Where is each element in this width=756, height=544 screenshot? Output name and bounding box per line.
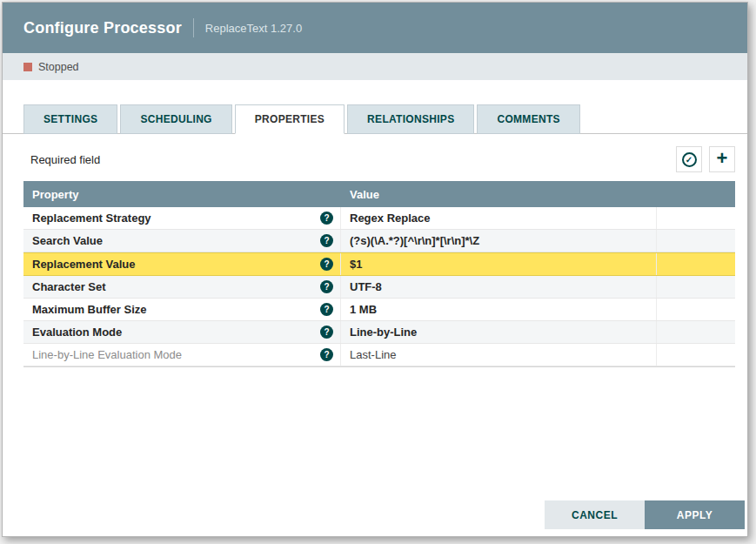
properties-table: Property Value Replacement Strategy ? Re… — [23, 181, 735, 367]
tab-comments[interactable]: COMMENTS — [477, 104, 579, 134]
table-row-selected[interactable]: Replacement Value ? $1 — [23, 252, 735, 276]
table-row[interactable]: Search Value ? (?s)(\A.*?)[^\r\n]*[\r\n]… — [23, 230, 735, 252]
property-name: Replacement Strategy — [32, 212, 151, 225]
property-value[interactable]: 1 MB — [341, 299, 657, 320]
dialog-header: Configure Processor ReplaceText 1.27.0 — [3, 3, 747, 53]
property-value[interactable]: (?s)(\A.*?)[^\r\n]*[\r\n]*\Z — [341, 230, 657, 252]
table-row[interactable]: Maximum Buffer Size ? 1 MB — [23, 299, 735, 321]
property-name: Replacement Value — [32, 258, 136, 271]
tab-scheduling[interactable]: SCHEDULING — [120, 104, 231, 134]
add-property-button[interactable]: + — [709, 146, 735, 172]
configure-processor-dialog: Configure Processor ReplaceText 1.27.0 S… — [2, 2, 748, 537]
table-row[interactable]: Character Set ? UTF-8 — [23, 276, 735, 299]
property-name: Evaluation Mode — [32, 326, 122, 339]
help-icon[interactable]: ? — [320, 303, 333, 316]
property-value[interactable]: UTF-8 — [341, 276, 657, 298]
property-value[interactable]: Last-Line — [341, 344, 657, 366]
tab-bar: SETTINGS SCHEDULING PROPERTIES RELATIONS… — [23, 104, 735, 134]
table-header-row: Property Value — [23, 181, 735, 207]
dialog-content: SETTINGS SCHEDULING PROPERTIES RELATIONS… — [3, 80, 747, 536]
screen: Configure Processor ReplaceText 1.27.0 S… — [0, 0, 756, 544]
verification-check-icon: ✓ — [682, 152, 697, 167]
help-icon[interactable]: ? — [320, 212, 333, 225]
cancel-button[interactable]: CANCEL — [545, 500, 645, 529]
table-row[interactable]: Line-by-Line Evaluation Mode ? Last-Line — [23, 344, 735, 366]
plus-icon: + — [717, 149, 728, 168]
property-value[interactable]: Regex Replace — [341, 207, 657, 229]
help-icon[interactable]: ? — [320, 348, 333, 361]
properties-toolbar: Required field ✓ + — [23, 146, 735, 172]
status-text: Stopped — [38, 61, 79, 73]
title-separator — [193, 18, 194, 37]
table-row[interactable]: Replacement Strategy ? Regex Replace — [23, 207, 735, 230]
property-name: Maximum Buffer Size — [32, 303, 146, 316]
property-name: Character Set — [32, 280, 106, 293]
tab-settings[interactable]: SETTINGS — [23, 104, 117, 134]
property-value[interactable]: $1 — [341, 253, 657, 275]
tab-relationships[interactable]: RELATIONSHIPS — [347, 104, 474, 134]
property-name: Line-by-Line Evaluation Mode — [32, 348, 182, 361]
required-field-label: Required field — [23, 153, 100, 166]
status-bar: Stopped — [3, 53, 747, 80]
toolbar-buttons: ✓ + — [676, 146, 735, 172]
help-icon[interactable]: ? — [320, 280, 333, 293]
dialog-title: Configure Processor — [23, 19, 182, 37]
apply-button[interactable]: APPLY — [645, 500, 745, 529]
tab-properties[interactable]: PROPERTIES — [235, 104, 345, 134]
verify-properties-button[interactable]: ✓ — [676, 146, 702, 172]
processor-type-version: ReplaceText 1.27.0 — [205, 22, 302, 35]
help-icon[interactable]: ? — [320, 258, 333, 271]
property-value[interactable]: Line-by-Line — [341, 321, 657, 343]
help-icon[interactable]: ? — [320, 326, 333, 339]
stopped-square-icon — [23, 63, 32, 71]
dialog-footer: CANCEL APPLY — [545, 500, 745, 529]
table-row[interactable]: Evaluation Mode ? Line-by-Line — [23, 321, 735, 344]
property-name: Search Value — [32, 234, 103, 247]
help-icon[interactable]: ? — [320, 234, 333, 247]
column-header-value: Value — [341, 188, 657, 201]
column-header-property: Property — [23, 188, 341, 201]
